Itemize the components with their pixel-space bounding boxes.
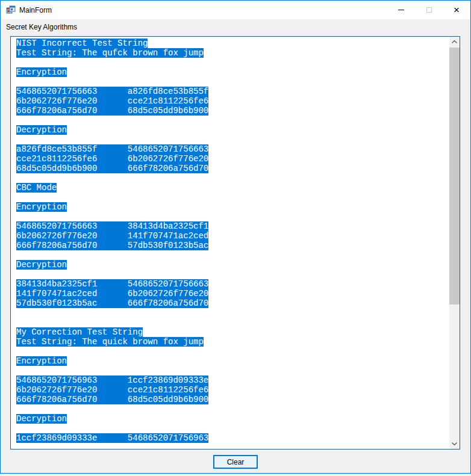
editor-line [16, 77, 449, 87]
selected-line-text: Test String: The quick brown fox jump [16, 337, 204, 347]
scroll-down-button[interactable] [449, 439, 460, 449]
chevron-down-icon [452, 442, 457, 445]
selected-line-text: a826fd8ce53b855f 5468652071756663 [16, 144, 208, 154]
selected-line-text: 5468652071756663 a826fd8ce53b855f [16, 87, 208, 96]
selected-line-text: 5468652071756963 1ccf23869d09333e [16, 376, 208, 385]
editor-line: Test String: The qufck brown fox jump [16, 48, 449, 58]
editor-line [16, 193, 449, 202]
minimize-button[interactable] [387, 1, 415, 19]
editor-line: 57db530f0123b5ac 666f78206a756d70 [16, 298, 449, 308]
maximize-icon [426, 7, 432, 13]
selected-line-text: Test String: The qufck brown fox jump [16, 48, 204, 58]
editor-line [16, 347, 449, 356]
scrollbar-thumb[interactable] [449, 48, 460, 304]
selected-line-text: Decryption [16, 414, 67, 424]
selected-line-text: 68d5c05dd9b6b900 666f78206a756d70 [16, 164, 208, 173]
editor-line: CBC Mode [16, 183, 449, 193]
editor-line [16, 58, 449, 67]
selected-line-text: Encryption [16, 202, 67, 212]
menubar: Secret Key Algorithms [1, 19, 470, 34]
app-icon [6, 5, 16, 15]
editor-content[interactable]: NIST Incorrect Test StringTest String: T… [11, 37, 449, 449]
editor-line [16, 404, 449, 414]
editor-line: Encryption [16, 356, 449, 366]
editor-line: cce21c8112256fe6 6b2062726f776e20 [16, 154, 449, 164]
selected-line-text: 1ccf23869d09333e 5468652071756963 [16, 433, 208, 443]
editor-line [16, 270, 449, 279]
selected-line-text: Encryption [16, 67, 67, 77]
editor-line [16, 135, 449, 144]
selected-line-text: 666f78206a756d70 68d5c05dd9b6b900 [16, 395, 208, 404]
editor-line: Encryption [16, 67, 449, 77]
clear-button[interactable]: Clear [213, 455, 258, 469]
selected-line-text: 141f707471ac2ced 6b2062726f776e20 [16, 289, 208, 298]
selected-line-text: NIST Incorrect Test String [16, 39, 148, 48]
selected-line-text: cce21c8112256fe6 6b2062726f776e20 [16, 154, 208, 164]
maximize-button [415, 1, 443, 19]
selected-line-text: Encryption [16, 356, 67, 366]
selected-line-text: 6b2062726f776e20 cce21c8112256fe6 [16, 96, 208, 106]
selected-line-text: 666f78206a756d70 57db530f0123b5ac [16, 241, 208, 250]
editor-line: Decryption [16, 414, 449, 424]
main-window: MainForm × Secret Key Algorithms NIST In… [0, 0, 471, 474]
selected-line-text: Decryption [16, 125, 67, 135]
editor-line: 38413d4ba2325cf1 5468652071756663 [16, 279, 449, 289]
editor-line [16, 116, 449, 125]
editor-line: NIST Incorrect Test String [16, 39, 449, 48]
scroll-up-button[interactable] [449, 37, 460, 47]
editor-line: 141f707471ac2ced 6b2062726f776e20 [16, 289, 449, 298]
close-button[interactable]: × [443, 1, 470, 19]
editor-line: 6b2062726f776e20 141f707471ac2ced [16, 231, 449, 241]
editor-line: My Correction Test String [16, 327, 449, 337]
minimize-icon [398, 10, 404, 10]
editor-line: Test String: The quick brown fox jump [16, 337, 449, 347]
editor-line [16, 173, 449, 183]
editor-line: Decryption [16, 125, 449, 135]
selected-line-text: 6b2062726f776e20 141f707471ac2ced [16, 231, 208, 241]
editor-line: 68d5c05dd9b6b900 666f78206a756d70 [16, 164, 449, 173]
editor-line [16, 366, 449, 376]
menu-secret-key-algorithms[interactable]: Secret Key Algorithms [1, 19, 83, 34]
editor-line: 6b2062726f776e20 cce21c8112256fe6 [16, 96, 449, 106]
editor-line: 5468652071756963 1ccf23869d09333e [16, 376, 449, 385]
editor-line: 1ccf23869d09333e 5468652071756963 [16, 433, 449, 443]
selected-line-text: Decryption [16, 260, 67, 270]
editor-line: 666f78206a756d70 68d5c05dd9b6b900 [16, 106, 449, 116]
editor-line [16, 424, 449, 433]
editor-line: 5468652071756663 38413d4ba2325cf1 [16, 221, 449, 231]
selected-line-text: 57db530f0123b5ac 666f78206a756d70 [16, 298, 208, 308]
vertical-scrollbar[interactable] [449, 37, 460, 449]
editor-line: 5468652071756663 a826fd8ce53b855f [16, 87, 449, 96]
chevron-up-icon [452, 40, 457, 43]
editor-line: 666f78206a756d70 68d5c05dd9b6b900 [16, 395, 449, 404]
editor-line: 6b2062726f776e20 cce21c8112256fe6 [16, 385, 449, 395]
editor-line [16, 318, 449, 327]
scrollbar-track[interactable] [449, 47, 460, 439]
editor-line: Decryption [16, 260, 449, 270]
selected-line-text: 6b2062726f776e20 cce21c8112256fe6 [16, 385, 208, 395]
titlebar: MainForm × [1, 1, 470, 19]
editor-line: a826fd8ce53b855f 5468652071756663 [16, 144, 449, 154]
footer-panel: Clear [1, 450, 470, 473]
selected-line-text: 666f78206a756d70 68d5c05dd9b6b900 [16, 106, 208, 116]
close-icon: × [454, 5, 460, 15]
editor-line [16, 212, 449, 221]
editor-line [16, 250, 449, 260]
selected-line-text: 5468652071756663 38413d4ba2325cf1 [16, 221, 208, 231]
selected-line-text: CBC Mode [16, 183, 57, 193]
editor-line [16, 308, 449, 318]
window-controls: × [387, 1, 470, 19]
editor-line: 666f78206a756d70 57db530f0123b5ac [16, 241, 449, 250]
selected-line-text: My Correction Test String [16, 327, 143, 337]
output-textbox[interactable]: NIST Incorrect Test StringTest String: T… [10, 36, 460, 450]
window-title: MainForm [19, 6, 52, 14]
editor-line: Encryption [16, 202, 449, 212]
selected-line-text: 38413d4ba2325cf1 5468652071756663 [16, 279, 208, 289]
